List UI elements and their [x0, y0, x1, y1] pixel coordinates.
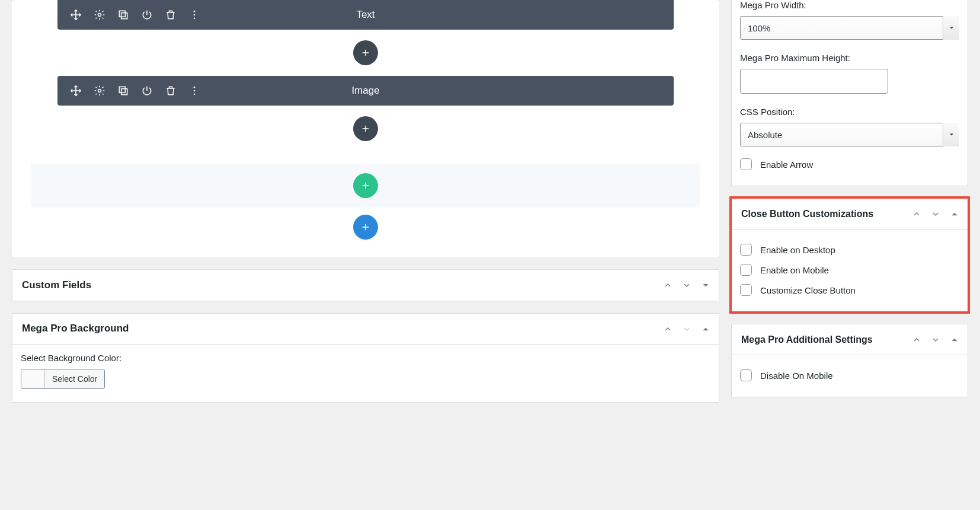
- duplicate-icon[interactable]: [117, 8, 130, 21]
- metabox-mega-settings: Mega Pro Width: 100% Mega Pro Maximum He…: [731, 0, 968, 186]
- builder-stage: Text: [31, 0, 700, 164]
- metabox-custom-fields: Custom Fields: [12, 269, 719, 301]
- trash-icon[interactable]: [164, 8, 177, 21]
- svg-point-0: [98, 14, 101, 17]
- add-module-button[interactable]: [353, 116, 378, 141]
- customize-close-label: Customize Close Button: [760, 285, 856, 295]
- enable-arrow-checkbox[interactable]: [740, 158, 752, 170]
- svg-point-9: [194, 87, 196, 88]
- duplicate-icon[interactable]: [117, 84, 130, 97]
- enable-mobile-label: Enable on Mobile: [760, 265, 829, 275]
- color-swatch: [21, 369, 45, 388]
- color-picker-button[interactable]: Select Color: [21, 369, 105, 389]
- color-picker-label: Select Color: [45, 369, 104, 388]
- more-icon[interactable]: [188, 8, 201, 21]
- enable-mobile-checkbox[interactable]: [740, 264, 752, 276]
- gear-icon[interactable]: [93, 84, 106, 97]
- toggle-icon[interactable]: [700, 323, 712, 335]
- add-section-button[interactable]: [353, 215, 378, 240]
- toggle-icon[interactable]: [949, 208, 960, 220]
- gear-icon[interactable]: [93, 8, 106, 21]
- svg-point-3: [194, 11, 196, 12]
- metabox-mega-bg: Mega Pro Background Select Background Co…: [12, 313, 719, 403]
- add-module-button[interactable]: [353, 40, 378, 65]
- enable-desktop-checkbox[interactable]: [740, 244, 752, 256]
- toggle-icon[interactable]: [949, 334, 960, 346]
- module-image[interactable]: Image: [57, 76, 674, 106]
- max-height-input[interactable]: [740, 69, 888, 94]
- width-select[interactable]: 100%: [740, 16, 959, 40]
- svg-rect-7: [119, 87, 125, 93]
- more-icon[interactable]: [188, 84, 201, 97]
- trash-icon[interactable]: [164, 84, 177, 97]
- metabox-title: Mega Pro Additional Settings: [739, 326, 875, 353]
- move-up-icon[interactable]: [911, 334, 923, 346]
- move-up-icon[interactable]: [662, 279, 674, 291]
- move-icon[interactable]: [69, 84, 82, 97]
- enable-desktop-label: Enable on Desktop: [760, 245, 835, 255]
- css-position-select-input[interactable]: Absolute: [740, 123, 959, 146]
- metabox-title: Custom Fields: [20, 272, 94, 299]
- move-down-icon[interactable]: [681, 279, 693, 291]
- metabox-additional-settings: Mega Pro Additional Settings Disable On …: [731, 324, 968, 397]
- toggle-icon[interactable]: [700, 279, 712, 291]
- css-position-select[interactable]: Absolute: [740, 123, 959, 146]
- svg-rect-1: [119, 11, 125, 17]
- disable-mobile-checkbox[interactable]: [740, 369, 752, 381]
- svg-point-5: [194, 18, 196, 20]
- max-height-label: Mega Pro Maximum Height:: [740, 53, 959, 63]
- width-select-input[interactable]: 100%: [740, 16, 959, 40]
- power-icon[interactable]: [140, 84, 153, 97]
- enable-arrow-label: Enable Arrow: [760, 160, 813, 170]
- svg-rect-8: [121, 89, 127, 95]
- svg-rect-2: [121, 13, 127, 19]
- metabox-close-button: Close Button Customizations Enable on De…: [731, 198, 968, 312]
- add-row-button[interactable]: [353, 173, 378, 198]
- svg-point-4: [194, 14, 196, 16]
- builder-card: Text: [12, 0, 719, 257]
- builder-inner: Text: [31, 0, 700, 208]
- power-icon[interactable]: [140, 8, 153, 21]
- bg-color-label: Select Background Color:: [21, 353, 710, 363]
- move-down-icon[interactable]: [681, 323, 693, 335]
- metabox-title: Close Button Customizations: [739, 200, 876, 228]
- customize-close-checkbox[interactable]: [740, 284, 752, 296]
- svg-point-11: [194, 94, 196, 95]
- move-up-icon[interactable]: [662, 323, 674, 335]
- disable-mobile-label: Disable On Mobile: [760, 371, 833, 381]
- move-down-icon[interactable]: [930, 334, 941, 346]
- move-up-icon[interactable]: [911, 208, 923, 220]
- metabox-title: Mega Pro Background: [20, 315, 131, 343]
- move-down-icon[interactable]: [930, 208, 941, 220]
- move-icon[interactable]: [69, 8, 82, 21]
- width-label: Mega Pro Width:: [740, 0, 959, 10]
- css-position-label: CSS Position:: [740, 107, 959, 117]
- svg-point-10: [194, 90, 196, 92]
- svg-point-6: [98, 90, 101, 93]
- module-text[interactable]: Text: [57, 0, 674, 30]
